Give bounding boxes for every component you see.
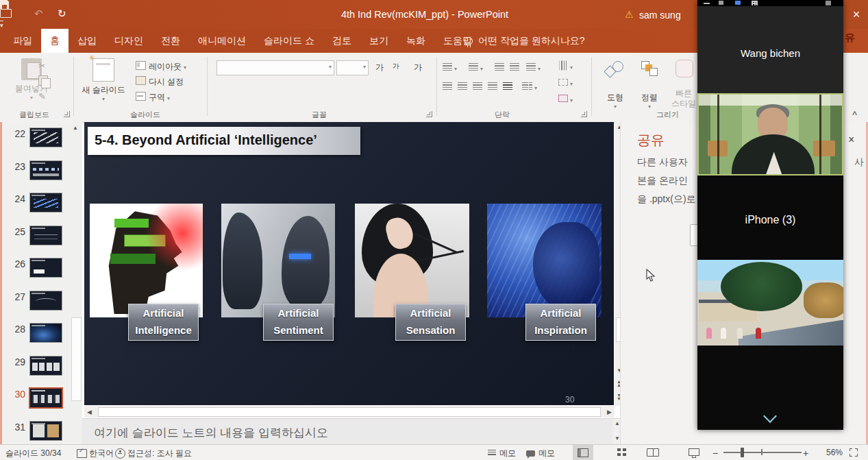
- layout-button[interactable]: 레이아웃: [136, 61, 186, 73]
- label-artificial-sentiment[interactable]: ArtificialSentiment: [263, 304, 334, 341]
- justify-icon[interactable]: [488, 80, 497, 93]
- reset-button[interactable]: 다시 설정: [136, 76, 184, 88]
- bullets-icon[interactable]: [443, 61, 457, 73]
- close-window-button[interactable]: ×: [847, 6, 865, 23]
- zoom-in-button[interactable]: +: [803, 448, 808, 459]
- align-left-icon[interactable]: [443, 80, 452, 93]
- zoom-slider-thumb[interactable]: [741, 448, 744, 457]
- slide-thumbnail[interactable]: [29, 291, 62, 311]
- account-name[interactable]: sam sung: [639, 10, 681, 21]
- label-artificial-intelligence[interactable]: ArtificialIntelligence: [128, 304, 199, 341]
- slide-thumbnail-row[interactable]: 25: [2, 226, 82, 258]
- undo-icon[interactable]: ↶: [34, 8, 43, 19]
- normal-view-button[interactable]: [573, 445, 593, 460]
- quick-styles-button[interactable]: 빠른스타일: [670, 88, 697, 109]
- smartart-convert-icon[interactable]: [558, 93, 573, 105]
- accessibility-status[interactable]: 접근성: 조사 필요: [127, 448, 192, 459]
- slide-thumbnail-row[interactable]: 30: [2, 388, 82, 421]
- overlay-window-icon[interactable]: [826, 1, 831, 5]
- slide-page-number[interactable]: 30: [565, 395, 574, 404]
- font-size-combo[interactable]: [336, 60, 369, 75]
- decrease-font-icon[interactable]: 가: [393, 62, 399, 71]
- columns-icon[interactable]: [522, 80, 537, 93]
- slide-thumbnail-row[interactable]: 28: [2, 323, 82, 356]
- tell-me-search[interactable]: 어떤 작업을 원하시나요?: [464, 35, 585, 47]
- slide-canvas[interactable]: 5-4. Beyond Artificial ‘Intelligence’ Ar…: [84, 122, 614, 405]
- scroll-right-icon[interactable]: ▶: [607, 409, 612, 415]
- notes-pane[interactable]: 여기에 슬라이드 노트의 내용을 입력하십시오: [82, 418, 621, 445]
- slide-thumbnail[interactable]: [29, 387, 63, 409]
- label-artificial-sensation[interactable]: ArtificialSensation: [395, 304, 466, 341]
- font-name-combo[interactable]: [216, 60, 334, 75]
- font-dialog-launcher[interactable]: [426, 111, 432, 117]
- arrange-button[interactable]: 정렬▾: [640, 92, 659, 110]
- share-button-fragment[interactable]: 유: [845, 32, 855, 45]
- tab-record[interactable]: 녹화: [397, 29, 434, 53]
- horizontal-scrollbar[interactable]: ◀ ▶: [84, 406, 615, 417]
- card-image-sensation[interactable]: [355, 204, 469, 317]
- scroll-left-icon[interactable]: ◀: [87, 409, 92, 415]
- tab-review[interactable]: 검토: [323, 29, 360, 53]
- slide-thumbnail-row[interactable]: 22: [2, 128, 82, 160]
- increase-font-icon[interactable]: 가: [375, 62, 384, 73]
- slide-thumbnail[interactable]: [29, 421, 62, 441]
- numbering-icon[interactable]: [469, 61, 483, 73]
- slide-thumbnail[interactable]: [29, 193, 62, 213]
- slide-thumbnail[interactable]: [29, 258, 62, 278]
- tab-design[interactable]: 디자인: [106, 29, 152, 53]
- tab-view[interactable]: 보기: [360, 29, 397, 53]
- label-artificial-inspiration[interactable]: ArtificialInspiration: [525, 304, 596, 341]
- gallery-view-icon[interactable]: [752, 1, 758, 5]
- zoom-slider-track[interactable]: [723, 452, 802, 453]
- collapse-ribbon-icon[interactable]: ^: [852, 110, 857, 119]
- card-image-sentiment[interactable]: [221, 204, 335, 317]
- horizontal-scrollbar-thumb[interactable]: [98, 407, 601, 417]
- align-center-icon[interactable]: [458, 80, 467, 93]
- tab-file[interactable]: 파일: [4, 29, 41, 53]
- notes-toggle-button[interactable]: 메모: [488, 448, 516, 459]
- slide-thumbnail-row[interactable]: 29: [2, 356, 82, 389]
- section-button[interactable]: 구역: [136, 92, 170, 104]
- participant-tile-iphone[interactable]: iPhone (3): [697, 175, 843, 260]
- spellcheck-icon[interactable]: [77, 449, 87, 458]
- tab-insert[interactable]: 삽입: [69, 29, 106, 53]
- comments-toggle-button[interactable]: 메모: [526, 448, 555, 459]
- language-indicator[interactable]: 한국어: [89, 448, 114, 459]
- align-text-icon[interactable]: [558, 76, 573, 88]
- clipboard-dialog-launcher[interactable]: [64, 111, 70, 117]
- slide-thumbnail[interactable]: [29, 356, 62, 376]
- paragraph-dialog-launcher[interactable]: [581, 111, 587, 117]
- card-image-inspiration[interactable]: [487, 204, 602, 317]
- slide-thumbnail-row[interactable]: 24: [2, 193, 82, 226]
- window-icon[interactable]: [719, 1, 723, 5]
- thumbnail-scrollbar-thumb[interactable]: [71, 317, 82, 401]
- cut-icon[interactable]: ✂: [38, 61, 45, 71]
- text-direction-icon[interactable]: [558, 60, 573, 72]
- participant-tile-wang-bichen[interactable]: Wang bichen: [697, 6, 843, 93]
- slide-indicator[interactable]: 슬라이드 30/34: [5, 448, 61, 459]
- shapes-button[interactable]: 도형▾: [606, 92, 625, 110]
- participant-video-village[interactable]: [697, 260, 843, 346]
- tab-home[interactable]: 홈: [41, 29, 69, 53]
- card-image-intelligence[interactable]: [90, 204, 203, 317]
- notes-scroll-up-icon[interactable]: ▲: [615, 420, 620, 426]
- zoom-out-button[interactable]: −: [712, 448, 718, 459]
- clear-formatting-icon[interactable]: 가: [414, 62, 422, 73]
- new-slide-button[interactable]: 새 슬라이드 ▾: [78, 58, 129, 102]
- reading-view-button[interactable]: [643, 445, 663, 460]
- increase-indent-icon[interactable]: [510, 61, 519, 73]
- slideshow-from-start-icon[interactable]: [0, 9, 12, 18]
- tab-animations[interactable]: 애니메이션: [189, 29, 255, 53]
- decrease-indent-icon[interactable]: [495, 61, 504, 73]
- align-right-icon[interactable]: [473, 80, 482, 93]
- distribute-icon[interactable]: [503, 80, 512, 93]
- tab-transitions[interactable]: 전환: [152, 29, 189, 53]
- format-painter-icon[interactable]: ✎: [38, 91, 46, 101]
- slide-thumbnail-row[interactable]: 27: [2, 291, 82, 324]
- notes-scroll-down-icon[interactable]: ▼: [615, 435, 620, 441]
- slide-thumbnail[interactable]: [29, 160, 62, 180]
- slide-thumbnail[interactable]: [29, 323, 62, 343]
- minimize-icon[interactable]: [704, 3, 710, 4]
- quick-access-customize-icon[interactable]: ▾: [0, 21, 3, 29]
- slide-thumbnail-row[interactable]: 26: [2, 258, 82, 291]
